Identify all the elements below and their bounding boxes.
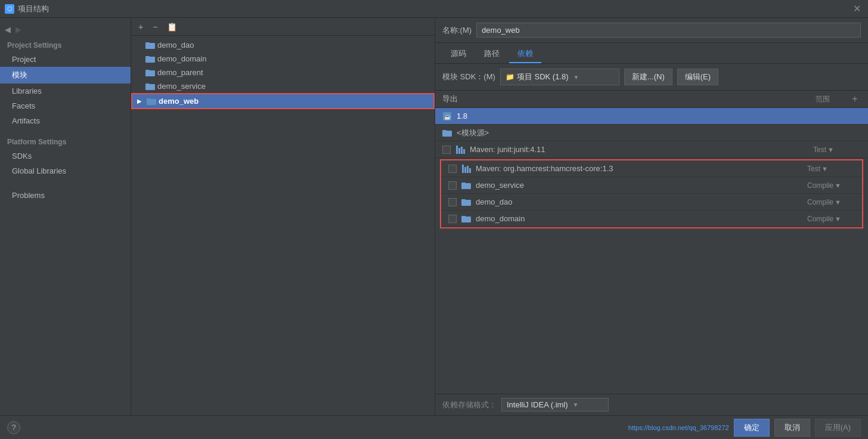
- confirm-button[interactable]: 确定: [734, 419, 770, 437]
- dep-row-demo-dao[interactable]: demo_dao Compile ▼: [441, 194, 862, 211]
- svg-rect-1: [145, 42, 150, 44]
- add-dep-btn[interactable]: +: [849, 93, 861, 105]
- svg-rect-27: [461, 216, 466, 218]
- folder-icon: [461, 215, 471, 223]
- edit-sdk-btn[interactable]: 编辑(E): [677, 69, 718, 85]
- footer-left: ?: [7, 421, 624, 434]
- sdk-label: 模块 SDK：(M): [442, 72, 495, 82]
- sidebar-item-facets[interactable]: Facets: [0, 98, 131, 113]
- svg-rect-14: [456, 146, 458, 154]
- svg-rect-9: [147, 98, 151, 100]
- folder-icon: [145, 82, 155, 91]
- dep-name: demo_domain: [476, 214, 802, 223]
- dep-checkbox[interactable]: [448, 165, 457, 173]
- dep-checkbox[interactable]: [448, 215, 457, 223]
- svg-rect-7: [145, 84, 150, 85]
- back-btn[interactable]: ◀: [5, 25, 11, 34]
- footer-link[interactable]: https://blog.csdn.net/qq_36798272: [628, 424, 729, 431]
- svg-rect-15: [458, 148, 460, 154]
- dep-name: demo_dao: [476, 197, 802, 206]
- tree-content: demo_dao demo_domain demo_parent: [131, 36, 435, 415]
- sidebar-item-libraries[interactable]: Libraries: [0, 84, 131, 98]
- tab-deps[interactable]: 依赖: [509, 45, 541, 63]
- svg-rect-16: [461, 147, 463, 154]
- tree-toolbar: + − 📋: [131, 18, 435, 36]
- tree-item-label: demo_dao: [157, 41, 194, 50]
- sdk-row: 模块 SDK：(M) 📁 项目 SDK (1.8) ▼ 新建...(N) 编辑(…: [435, 64, 868, 91]
- dep-checkbox[interactable]: [448, 198, 457, 206]
- folder-icon: [145, 55, 155, 63]
- svg-rect-3: [145, 56, 150, 58]
- dep-checkbox[interactable]: [442, 146, 451, 154]
- tree-item-label: demo_parent: [157, 68, 203, 77]
- dep-scope-compile[interactable]: Compile ▼: [807, 181, 855, 190]
- dep-row-demo-service[interactable]: demo_service Compile ▼: [441, 177, 862, 194]
- sidebar-item-problems[interactable]: Problems: [0, 188, 131, 203]
- tree-item-demo-dao[interactable]: demo_dao: [131, 38, 435, 52]
- dep-scope-compile3[interactable]: Compile ▼: [807, 215, 855, 223]
- module-tree: + − 📋 demo_dao demo_domain: [131, 18, 435, 415]
- cancel-button[interactable]: 取消: [774, 419, 810, 437]
- dep-name: Maven: junit:junit:4.11: [470, 145, 808, 154]
- tab-path[interactable]: 路径: [476, 45, 508, 63]
- svg-rect-18: [462, 165, 464, 173]
- tree-item-demo-web[interactable]: ▶ demo_web: [131, 93, 435, 109]
- tree-item-demo-domain[interactable]: demo_domain: [131, 52, 435, 66]
- sidebar-item-sdks[interactable]: SDKs: [0, 149, 131, 163]
- svg-rect-23: [461, 183, 466, 184]
- dep-scope-test2[interactable]: Test ▼: [807, 165, 855, 173]
- copy-module-btn[interactable]: 📋: [165, 21, 179, 33]
- main-container: ◀ ▶ Project Settings Project 模块 Librarie…: [0, 18, 868, 415]
- tree-item-demo-parent[interactable]: demo_parent: [131, 66, 435, 79]
- sdk-value: 项目 SDK (1.8): [517, 72, 569, 82]
- folder-icon: [461, 198, 471, 206]
- sidebar-item-project[interactable]: Project: [0, 52, 131, 67]
- svg-rect-20: [467, 166, 469, 173]
- svg-rect-19: [464, 167, 466, 173]
- folder-icon: [145, 41, 155, 50]
- deps-table: ☕ 1.8 <模块源>: [435, 108, 868, 394]
- scope-label: 范围: [816, 94, 830, 104]
- dep-row-hamcrest[interactable]: Maven: org.hamcrest:hamcrest-core:1.3 Te…: [441, 160, 862, 177]
- name-label: 名称:(M): [442, 25, 472, 36]
- dep-checkbox[interactable]: [448, 181, 457, 190]
- maven-icon: [461, 164, 471, 174]
- name-row: 名称:(M): [435, 18, 868, 43]
- dep-scope-test[interactable]: Test ▼: [813, 146, 861, 154]
- tree-item-label: demo_web: [159, 97, 199, 106]
- add-module-btn[interactable]: +: [136, 21, 145, 33]
- new-sdk-btn[interactable]: 新建...(N): [624, 69, 672, 85]
- app-icon: ⬡: [5, 4, 14, 14]
- sdk-select[interactable]: 📁 项目 SDK (1.8) ▼: [500, 69, 619, 85]
- dep-row-sdk18[interactable]: ☕ 1.8: [435, 108, 868, 125]
- help-button[interactable]: ?: [7, 421, 20, 434]
- apply-button[interactable]: 应用(A): [815, 419, 861, 437]
- close-button[interactable]: ✕: [851, 3, 863, 14]
- sidebar-item-modules[interactable]: 模块: [0, 67, 131, 84]
- sidebar-item-global-libraries[interactable]: Global Libraries: [0, 163, 131, 178]
- dep-row-junit[interactable]: Maven: junit:junit:4.11 Test ▼: [435, 141, 868, 158]
- dep-row-demo-domain[interactable]: demo_domain Compile ▼: [441, 211, 862, 227]
- bottom-row: 依赖存储格式： IntelliJ IDEA (.iml) ▼: [435, 394, 868, 415]
- svg-rect-5: [145, 70, 150, 72]
- tab-source[interactable]: 源码: [442, 45, 475, 63]
- title-text: 项目结构: [18, 4, 49, 14]
- tree-item-demo-service[interactable]: demo_service: [131, 79, 435, 93]
- title-bar: ⬡ 项目结构 ✕: [0, 0, 868, 18]
- platform-settings-label: Platform Settings: [0, 133, 131, 149]
- sidebar-item-artifacts[interactable]: Artifacts: [0, 113, 131, 128]
- sidebar: ◀ ▶ Project Settings Project 模块 Librarie…: [0, 18, 131, 415]
- storage-select[interactable]: IntelliJ IDEA (.iml) ▼: [501, 398, 609, 412]
- dep-row-mod-src[interactable]: <模块源>: [435, 125, 868, 141]
- name-input[interactable]: [476, 23, 861, 38]
- forward-btn[interactable]: ▶: [16, 25, 21, 34]
- dep-scope-compile2[interactable]: Compile ▼: [807, 198, 855, 206]
- export-header: 导出 范围 +: [435, 91, 868, 108]
- folder-icon: [442, 129, 452, 137]
- remove-module-btn[interactable]: −: [150, 21, 160, 33]
- folder-icon: [461, 181, 471, 190]
- project-settings-label: Project Settings: [0, 36, 131, 52]
- footer-bar: ? https://blog.csdn.net/qq_36798272 确定 取…: [0, 415, 868, 439]
- dep-name: Maven: org.hamcrest:hamcrest-core:1.3: [476, 164, 802, 173]
- tabs-row: 源码 路径 依赖: [435, 43, 868, 64]
